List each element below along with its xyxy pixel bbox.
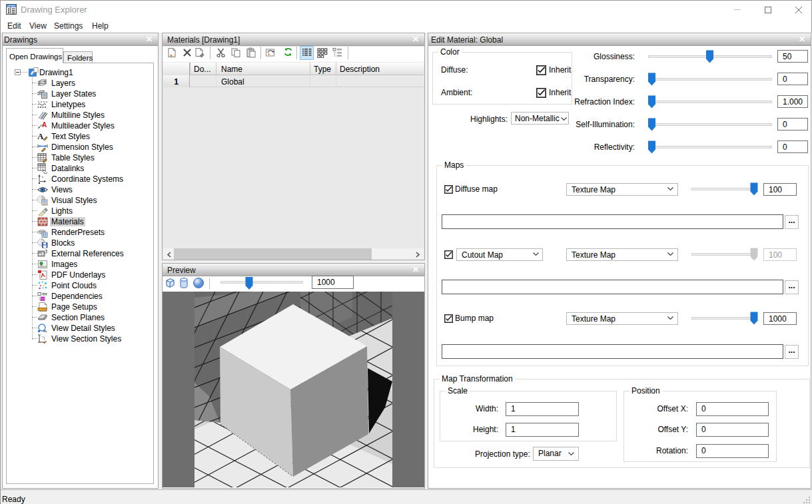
svg-text:A: A [42,121,47,128]
svg-text:A: A [37,131,44,141]
